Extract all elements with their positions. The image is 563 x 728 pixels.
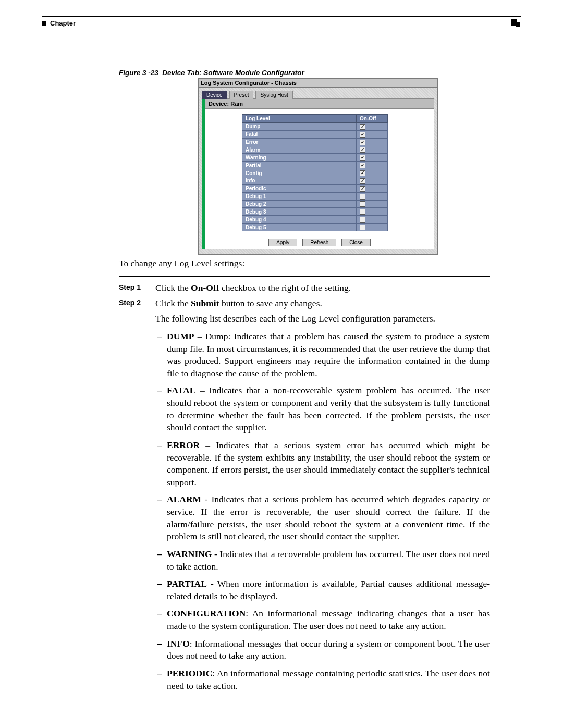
definition-term: WARNING bbox=[167, 549, 212, 559]
definition-item: PERIODIC: An informational message conta… bbox=[155, 668, 490, 692]
definition-term: PERIODIC bbox=[167, 668, 213, 678]
on-off-checkbox[interactable]: ✓ bbox=[360, 132, 365, 138]
log-level-name: Periodic bbox=[242, 184, 357, 192]
step-2-followup: The following list describes each of the… bbox=[155, 313, 490, 325]
log-level-checkbox-cell bbox=[357, 216, 388, 224]
definition-term: CONFIGURATION bbox=[167, 608, 246, 619]
log-level-name: Debug 4 bbox=[242, 216, 357, 224]
log-level-name: Debug 5 bbox=[242, 224, 357, 231]
definition-item: WARNING - Indicates that a recoverable p… bbox=[155, 548, 490, 573]
chapter-label: Chapter bbox=[50, 19, 76, 27]
on-off-checkbox[interactable]: ✓ bbox=[360, 170, 365, 176]
log-level-checkbox-cell: ✓ bbox=[357, 184, 388, 192]
log-level-checkbox-cell: ✓ bbox=[357, 130, 388, 138]
definition-item: CONFIGURATION: An informational message … bbox=[155, 608, 490, 632]
on-off-checkbox[interactable] bbox=[360, 201, 365, 207]
on-off-checkbox[interactable]: ✓ bbox=[360, 124, 365, 130]
definition-item: FATAL – Indicates that a non-recoverable… bbox=[155, 385, 490, 434]
definition-term: DUMP bbox=[167, 331, 194, 341]
step-2-bold: Submit bbox=[191, 298, 219, 309]
log-level-checkbox-cell: ✓ bbox=[357, 138, 388, 146]
on-off-checkbox[interactable] bbox=[360, 217, 365, 223]
on-off-checkbox[interactable]: ✓ bbox=[360, 186, 365, 192]
log-level-row: Info✓ bbox=[242, 177, 388, 185]
log-level-name: Partial bbox=[242, 162, 357, 169]
device-label: Device: Ram bbox=[205, 99, 434, 109]
log-level-checkbox-cell: ✓ bbox=[357, 177, 388, 185]
log-level-name: Config bbox=[242, 169, 357, 177]
definition-text: Informational messages that occur during… bbox=[167, 638, 490, 661]
log-level-checkbox-cell bbox=[357, 192, 388, 200]
col-log-level: Log Level bbox=[242, 115, 357, 123]
definition-separator: – bbox=[195, 385, 209, 396]
tab-device[interactable]: Device bbox=[202, 91, 227, 99]
on-off-checkbox[interactable]: ✓ bbox=[360, 163, 365, 168]
log-level-checkbox-cell bbox=[357, 224, 388, 231]
step-1-text-pre: Click the bbox=[155, 282, 191, 293]
log-level-name: Debug 1 bbox=[242, 192, 357, 200]
on-off-checkbox[interactable] bbox=[360, 194, 365, 200]
log-level-checkbox-cell bbox=[357, 208, 388, 216]
definition-text: Indicates that a serious problem has occ… bbox=[167, 494, 490, 541]
definition-term: ALARM bbox=[167, 494, 201, 504]
step-1-bold: On-Off bbox=[191, 282, 219, 293]
tab-syslog-host[interactable]: Syslog Host bbox=[255, 91, 292, 99]
apply-button[interactable]: Apply bbox=[268, 239, 297, 246]
log-level-checkbox-cell: ✓ bbox=[357, 162, 388, 169]
log-level-name: Alarm bbox=[242, 146, 357, 154]
definition-term: ERROR bbox=[167, 440, 200, 450]
header-rule bbox=[42, 16, 521, 17]
definition-item: ALARM - Indicates that a serious problem… bbox=[155, 493, 490, 543]
step-1-label: Step 1 bbox=[119, 282, 155, 294]
step-2-text-pre: Click the bbox=[155, 298, 191, 309]
log-level-checkbox-cell: ✓ bbox=[357, 154, 388, 162]
definition-item: ERROR – Indicates that a serious system … bbox=[155, 439, 490, 489]
on-off-checkbox[interactable] bbox=[360, 225, 365, 230]
close-button[interactable]: Close bbox=[341, 239, 371, 246]
log-level-checkbox-cell: ✓ bbox=[357, 123, 388, 131]
figure-title: Device Tab: Software Module Configurator bbox=[162, 69, 304, 77]
log-level-name: Fatal bbox=[242, 130, 357, 138]
log-level-name: Debug 3 bbox=[242, 208, 357, 216]
log-level-row: Alarm✓ bbox=[242, 146, 388, 154]
log-level-name: Info bbox=[242, 177, 357, 185]
step-2-label: Step 2 bbox=[119, 298, 155, 698]
tab-bar: Device Preset Syslog Host bbox=[202, 91, 434, 99]
log-level-table: Log Level On-Off Dump✓Fatal✓Error✓Alarm✓… bbox=[242, 114, 388, 231]
on-off-checkbox[interactable]: ✓ bbox=[360, 155, 365, 161]
tab-preset[interactable]: Preset bbox=[229, 91, 254, 99]
log-level-row: Warning✓ bbox=[242, 154, 388, 162]
step-2: Step 2 Click the Submit button to save a… bbox=[119, 298, 490, 698]
on-off-checkbox[interactable] bbox=[360, 209, 365, 215]
on-off-checkbox[interactable]: ✓ bbox=[360, 178, 365, 184]
intro-text: To change any Log Level settings: bbox=[119, 258, 490, 269]
col-on-off: On-Off bbox=[357, 115, 388, 123]
log-level-row: Fatal✓ bbox=[242, 130, 388, 138]
definition-separator: - bbox=[207, 578, 217, 589]
step-1-text-post: checkbox to the right of the setting. bbox=[219, 282, 351, 293]
definition-item: PARTIAL - When more information is avail… bbox=[155, 578, 490, 602]
log-level-row: Debug 4 bbox=[242, 216, 388, 224]
definition-separator: – bbox=[194, 331, 205, 341]
definition-item: INFO: Informational messages that occur … bbox=[155, 638, 490, 662]
definition-text: Dump: Indicates that a problem has cause… bbox=[167, 331, 490, 378]
log-level-name: Warning bbox=[242, 154, 357, 162]
log-level-name: Error bbox=[242, 138, 357, 146]
definition-item: DUMP – Dump: Indicates that a problem ha… bbox=[155, 330, 490, 380]
definition-term: FATAL bbox=[167, 385, 195, 396]
log-level-row: Debug 1 bbox=[242, 192, 388, 200]
refresh-button[interactable]: Refresh bbox=[302, 239, 336, 246]
definition-separator: - bbox=[201, 494, 211, 504]
log-level-checkbox-cell: ✓ bbox=[357, 169, 388, 177]
step-2-text-post: button to save any changes. bbox=[219, 298, 322, 309]
configurator-window: Log System Configurator - Chassis Device… bbox=[198, 78, 438, 255]
log-level-checkbox-cell bbox=[357, 200, 388, 208]
running-header: Chapter bbox=[42, 19, 521, 27]
on-off-checkbox[interactable]: ✓ bbox=[360, 147, 365, 153]
log-level-row: Error✓ bbox=[242, 138, 388, 146]
log-level-definitions: DUMP – Dump: Indicates that a problem ha… bbox=[155, 330, 490, 692]
on-off-checkbox[interactable]: ✓ bbox=[360, 140, 365, 145]
log-level-name: Dump bbox=[242, 123, 357, 131]
log-level-row: Debug 3 bbox=[242, 208, 388, 216]
definition-separator: : bbox=[190, 638, 195, 649]
